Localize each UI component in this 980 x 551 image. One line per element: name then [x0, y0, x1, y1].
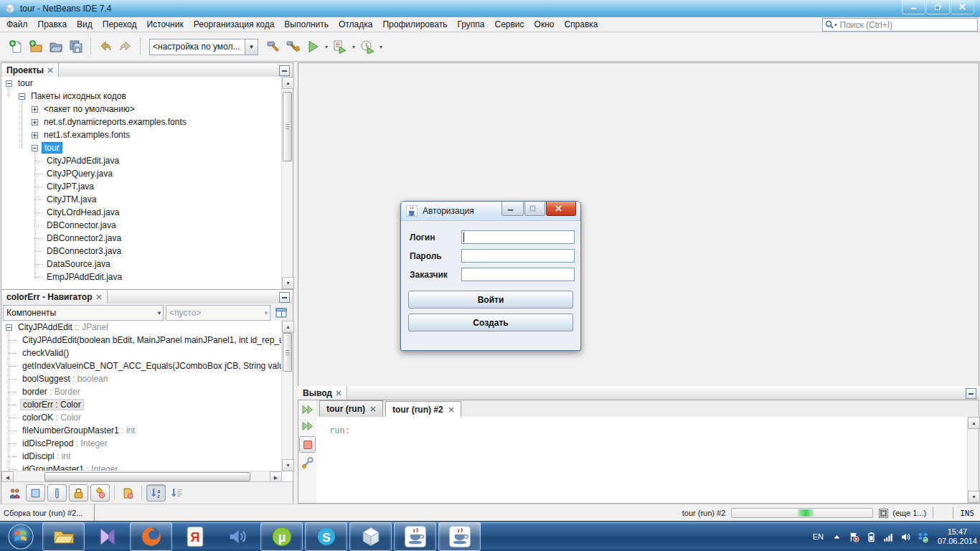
menu-item-2[interactable]: Правка — [33, 18, 72, 32]
battery-icon[interactable] — [866, 532, 877, 542]
projects-scrollbar[interactable]: ▲ ▼ — [281, 77, 293, 289]
process-list-icon[interactable] — [879, 509, 888, 518]
menu-item-8[interactable]: Отладка — [334, 18, 377, 32]
tree-row[interactable]: CityJPT.java — [1, 180, 282, 193]
scroll-up-icon[interactable]: ▲ — [968, 417, 980, 429]
dialog-minimize-button[interactable] — [501, 202, 524, 216]
show-bar-button[interactable] — [47, 484, 67, 501]
tab-output[interactable]: Вывод — [298, 386, 347, 400]
undo-button[interactable] — [95, 37, 116, 57]
taskbar-button-media-player[interactable] — [217, 523, 258, 550]
build-button[interactable] — [263, 37, 283, 57]
output-console[interactable]: run: — [316, 417, 979, 503]
volume-icon[interactable] — [900, 532, 911, 542]
tab-close-icon[interactable] — [370, 406, 376, 412]
inherited-members-button[interactable] — [6, 485, 24, 501]
scroll-up-icon[interactable]: ▲ — [282, 321, 294, 333]
tab-navigator[interactable]: colorErr - Навигатор — [1, 290, 108, 303]
collapse-icon[interactable] — [6, 324, 12, 331]
stop-build-button[interactable] — [299, 436, 316, 453]
tab-close-icon[interactable] — [96, 294, 102, 300]
navigator-row[interactable]: border : Border — [1, 385, 282, 398]
navigator-secondary-combo[interactable]: <пусто> ▼ — [166, 305, 270, 321]
scroll-up-icon[interactable]: ▲ — [282, 77, 294, 89]
tree-row[interactable]: net1.sf.examples.fonts — [1, 128, 282, 141]
dialog-titlebar[interactable]: Авторизация — [401, 202, 580, 221]
new-project-button[interactable] — [26, 37, 46, 57]
tab-close-icon[interactable] — [336, 390, 341, 396]
navigator-scrollbar[interactable]: ▲ ▼ — [281, 321, 293, 471]
tree-row[interactable]: CityJPQuery.java — [1, 167, 282, 180]
scroll-down-icon[interactable]: ▼ — [968, 491, 980, 503]
scroll-thumb[interactable] — [44, 472, 250, 481]
expand-icon[interactable] — [32, 119, 38, 126]
show-fields-button[interactable] — [26, 484, 45, 501]
save-all-button[interactable] — [66, 37, 86, 57]
navigator-row[interactable]: getIndexValueinCB_NOT_ACC_Equals(JComboB… — [1, 359, 282, 372]
login-button[interactable]: Войти — [408, 291, 573, 309]
tree-row[interactable]: tour — [1, 77, 282, 90]
minimize-button[interactable] — [902, 0, 925, 14]
network-icon[interactable] — [883, 532, 894, 542]
run-button[interactable] — [303, 37, 323, 57]
output-scrollbar[interactable]: ▲ ▼ — [967, 417, 979, 503]
taskbar-button-skype[interactable]: S — [305, 522, 347, 551]
navigator-row[interactable]: boolSuggest : boolean — [1, 372, 282, 385]
action-center-icon[interactable] — [849, 532, 859, 542]
taskbar-button-java-app-2[interactable] — [438, 522, 481, 551]
taskbar-button-java-app-1[interactable] — [394, 522, 436, 551]
collapse-icon[interactable] — [19, 93, 25, 100]
tree-row[interactable]: EmpJPAddEdit.java — [1, 270, 282, 283]
navigator-filter-combo[interactable]: Компоненты ▼ — [3, 305, 164, 321]
rerun-icon[interactable] — [301, 403, 314, 416]
tree-row[interactable]: DBConnector2.java — [1, 232, 282, 245]
scroll-down-icon[interactable]: ▼ — [282, 277, 294, 289]
scroll-down-icon[interactable]: ▼ — [282, 459, 294, 471]
open-project-button[interactable] — [46, 37, 66, 57]
output-settings-icon[interactable] — [301, 456, 314, 469]
collapse-icon[interactable] — [6, 80, 12, 87]
profile-button[interactable] — [357, 37, 377, 57]
debug-button[interactable] — [330, 37, 350, 57]
login-field[interactable] — [461, 230, 575, 244]
chevron-down-icon[interactable]: ▾ — [350, 37, 357, 57]
tree-row[interactable]: CityJPAddEdit.java — [1, 154, 282, 167]
menu-item-9[interactable]: Профилировать — [377, 18, 452, 32]
menu-item-12[interactable]: Окно — [529, 18, 560, 32]
navigator-row[interactable]: idDiscipl : int — [1, 450, 282, 463]
start-button[interactable] — [1, 523, 40, 550]
tree-row[interactable]: DBConnector.java — [1, 219, 282, 232]
navigator-hscrollbar[interactable]: ◀ ▶ — [1, 471, 282, 482]
language-indicator[interactable]: EN — [813, 532, 825, 541]
menu-item-10[interactable]: Группа — [452, 18, 489, 32]
navigator-row[interactable]: CityJPAddEdit :: JPanel — [1, 321, 282, 334]
tray-expand-icon[interactable] — [831, 532, 842, 542]
tree-row[interactable]: tour — [1, 141, 282, 154]
taskbar-button-utorrent[interactable]: µ — [260, 522, 303, 551]
tab-projects[interactable]: Проекты — [1, 63, 59, 77]
dialog-close-button[interactable] — [546, 202, 576, 216]
chevron-down-icon[interactable]: ▾ — [323, 37, 330, 57]
menu-item-3[interactable]: Вид — [72, 18, 98, 32]
navigator-row[interactable]: idDiscPrepod : Integer — [1, 437, 282, 450]
tree-row[interactable]: CityJTM.java — [1, 193, 282, 206]
dropbox-icon[interactable] — [918, 532, 928, 542]
scroll-thumb[interactable] — [283, 333, 292, 372]
sort-alpha-button[interactable]: az — [146, 484, 166, 501]
inspect-members-button[interactable] — [273, 306, 290, 321]
menu-item-5[interactable]: Источник — [141, 18, 188, 32]
menu-item-7[interactable]: Выполнить — [279, 18, 334, 32]
minimize-panel-button[interactable] — [966, 388, 976, 399]
run-config-combo[interactable]: <настройка по умол...▼ — [149, 39, 258, 55]
menu-item-11[interactable]: Сервис — [489, 18, 529, 32]
redo-button[interactable] — [116, 37, 136, 57]
menu-item-4[interactable]: Переход — [98, 18, 142, 32]
tree-row[interactable]: Пакеты исходных кодов — [1, 90, 282, 103]
navigator-row[interactable]: colorErr : Color — [1, 398, 282, 411]
tab-close-icon[interactable] — [47, 67, 53, 73]
lock-button[interactable] — [69, 484, 88, 501]
menu-item-13[interactable]: Справка — [559, 18, 603, 32]
search-box[interactable]: ▾ Поиск (Ctrl+I) — [822, 18, 978, 32]
show-static-button[interactable] — [90, 484, 110, 501]
tree-row[interactable]: <пакет по умолчанию> — [1, 103, 282, 116]
